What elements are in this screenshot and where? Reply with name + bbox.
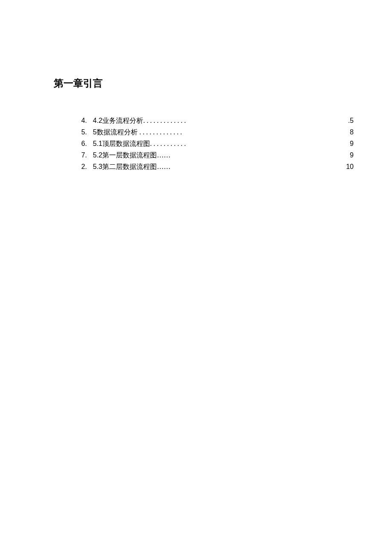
- toc-item: 6. 5.1顶层数据流程图. . . . . . . . . . . 9: [75, 138, 354, 149]
- toc-page-number: 9: [350, 149, 354, 161]
- toc-list: 4. 4.2业务流程分析. . . . . . . . . . . . . .5…: [54, 115, 354, 172]
- toc-item: 5. 5数据流程分析 . . . . . . . . . . . . . 8: [75, 126, 354, 138]
- document-page: 第一章引言 4. 4.2业务流程分析. . . . . . . . . . . …: [0, 0, 392, 172]
- toc-dots: . . . . . . . . . . . . .: [138, 128, 182, 136]
- toc-page-number: 9: [350, 138, 354, 149]
- toc-dots: ……: [157, 163, 170, 170]
- toc-title: 业务流程分析: [102, 117, 143, 124]
- toc-number: 6.: [75, 138, 87, 149]
- toc-title: 第一层数据流程图: [102, 151, 157, 159]
- toc-page-number: 10: [346, 161, 354, 172]
- toc-dots: . . . . . . . . . . .: [150, 140, 186, 147]
- toc-text: 5数据流程分析 . . . . . . . . . . . . .: [93, 126, 182, 138]
- toc-title: 顶层数据流程图: [102, 140, 150, 147]
- toc-dots: ……: [157, 151, 170, 159]
- toc-section-number: 4.2: [93, 117, 102, 124]
- toc-item: 4. 4.2业务流程分析. . . . . . . . . . . . . .5: [75, 115, 354, 126]
- toc-title: 第二层数据流程图: [102, 163, 157, 170]
- toc-number: 4.: [75, 115, 87, 126]
- toc-page-number: .5: [348, 115, 354, 126]
- toc-number: 5.: [75, 126, 87, 138]
- toc-section-number: 5.2: [93, 151, 102, 159]
- toc-page-number: 8: [350, 126, 354, 138]
- toc-text: 5.2第一层数据流程图……: [93, 149, 170, 161]
- toc-section-number: 5: [93, 128, 97, 136]
- toc-number: 2.: [75, 161, 87, 172]
- toc-dots: . . . . . . . . . . . . .: [143, 117, 186, 124]
- chapter-title: 第一章引言: [54, 77, 354, 90]
- toc-text: 5.3第二层数据流程图……: [93, 161, 170, 172]
- toc-text: 5.1顶层数据流程图. . . . . . . . . . .: [93, 138, 186, 149]
- toc-section-number: 5.3: [93, 163, 102, 170]
- toc-number: 7.: [75, 149, 87, 161]
- toc-item: 7. 5.2第一层数据流程图…… 9: [75, 149, 354, 161]
- toc-text: 4.2业务流程分析. . . . . . . . . . . . .: [93, 115, 186, 126]
- toc-item: 2. 5.3第二层数据流程图…… 10: [75, 161, 354, 172]
- toc-title: 数据流程分析: [97, 128, 138, 136]
- toc-section-number: 5.1: [93, 140, 102, 147]
